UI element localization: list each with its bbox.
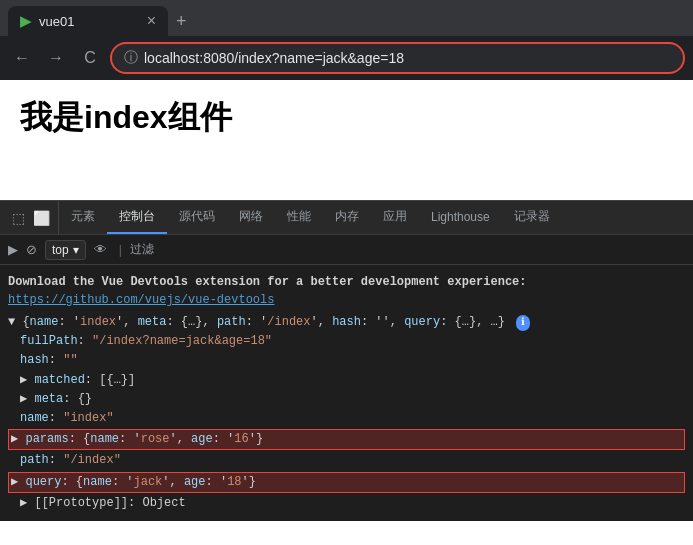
expand-root-arrow[interactable]: ▼: [8, 315, 15, 329]
console-info-text: Download the Vue Devtools extension for …: [8, 275, 526, 289]
context-label: top: [52, 243, 69, 257]
expand-meta-arrow[interactable]: ▶: [20, 392, 27, 406]
console-output: Download the Vue Devtools extension for …: [0, 265, 693, 521]
back-button[interactable]: ←: [8, 44, 36, 72]
devtools-tab-icons: ⬚ ⬜: [4, 201, 59, 234]
tab-console[interactable]: 控制台: [107, 201, 167, 234]
address-bar[interactable]: ⓘ localhost:8080/index?name=jack&age=18: [110, 42, 685, 74]
clear-icon[interactable]: ⊘: [26, 242, 37, 257]
object-root-line: ▼ {name: 'index', meta: {…}, path: '/ind…: [8, 313, 685, 332]
tab-recorder[interactable]: 记录器: [502, 201, 562, 234]
expand-params-arrow[interactable]: ▶: [11, 432, 18, 446]
expand-matched-arrow[interactable]: ▶: [20, 373, 27, 387]
tab-title: vue01: [39, 14, 139, 29]
cursor-icon[interactable]: ⬚: [12, 210, 25, 226]
tab-performance[interactable]: 性能: [275, 201, 323, 234]
tab-favicon: ▶: [20, 13, 31, 29]
query-line: ▶ query: {name: 'jack', age: '18'}: [8, 472, 685, 493]
prototype-line: ▶ [[Prototype]]: Object: [8, 494, 685, 513]
tab-lighthouse[interactable]: Lighthouse: [419, 201, 502, 234]
devtools-panel: ⬚ ⬜ 元素 控制台 源代码 网络 性能 内存 应用 Lighthouse 记录…: [0, 200, 693, 521]
filter-label: 过滤: [130, 241, 154, 258]
dropdown-arrow-icon: ▾: [73, 243, 79, 257]
address-info-icon: ⓘ: [124, 49, 138, 67]
meta-line: ▶ meta: {}: [8, 390, 685, 409]
nav-bar: ← → C ⓘ localhost:8080/index?name=jack&a…: [0, 36, 693, 80]
active-tab[interactable]: ▶ vue01 ×: [8, 6, 168, 36]
tab-sources[interactable]: 源代码: [167, 201, 227, 234]
context-selector[interactable]: top ▾: [45, 240, 86, 260]
device-icon[interactable]: ⬜: [33, 210, 50, 226]
forward-button[interactable]: →: [42, 44, 70, 72]
new-tab-button[interactable]: +: [176, 11, 187, 32]
devtools-tab-bar: ⬚ ⬜ 元素 控制台 源代码 网络 性能 内存 应用 Lighthouse 记录…: [0, 201, 693, 235]
console-link-line: https://github.com/vuejs/vue-devtools: [8, 293, 685, 307]
tab-bar: ▶ vue01 × +: [0, 0, 693, 36]
info-badge: ℹ: [516, 315, 530, 331]
console-object-root: ▼ {name: 'index', meta: {…}, path: '/ind…: [8, 313, 685, 513]
tab-application[interactable]: 应用: [371, 201, 419, 234]
address-text: localhost:8080/index?name=jack&age=18: [144, 50, 671, 66]
name-line: name: "index": [8, 409, 685, 428]
devtools-link[interactable]: https://github.com/vuejs/vue-devtools: [8, 293, 274, 307]
expand-prototype-arrow[interactable]: ▶: [20, 496, 27, 510]
console-info-line: Download the Vue Devtools extension for …: [8, 273, 685, 291]
tab-elements[interactable]: 元素: [59, 201, 107, 234]
devtools-toolbar: ▶ ⊘ top ▾ 👁 | 过滤: [0, 235, 693, 265]
run-icon[interactable]: ▶: [8, 242, 18, 257]
hash-line: hash: "": [8, 351, 685, 370]
fullPath-line: fullPath: "/index?name=jack&age=18": [8, 332, 685, 351]
tab-close-button[interactable]: ×: [147, 12, 156, 30]
page-heading: 我是index组件: [20, 96, 673, 140]
tab-memory[interactable]: 内存: [323, 201, 371, 234]
params-line: ▶ params: {name: 'rose', age: '16'}: [8, 429, 685, 450]
eye-icon[interactable]: 👁: [94, 242, 107, 257]
object-root-text: {name: 'index', meta: {…}, path: '/index…: [22, 315, 505, 329]
tab-network[interactable]: 网络: [227, 201, 275, 234]
matched-line: ▶ matched: [{…}]: [8, 371, 685, 390]
path-line: path: "/index": [8, 451, 685, 470]
reload-button[interactable]: C: [76, 44, 104, 72]
expand-query-arrow[interactable]: ▶: [11, 475, 18, 489]
page-content: 我是index组件: [0, 80, 693, 200]
browser-chrome: ▶ vue01 × + ← → C ⓘ localhost:8080/index…: [0, 0, 693, 80]
separator: |: [119, 243, 122, 257]
